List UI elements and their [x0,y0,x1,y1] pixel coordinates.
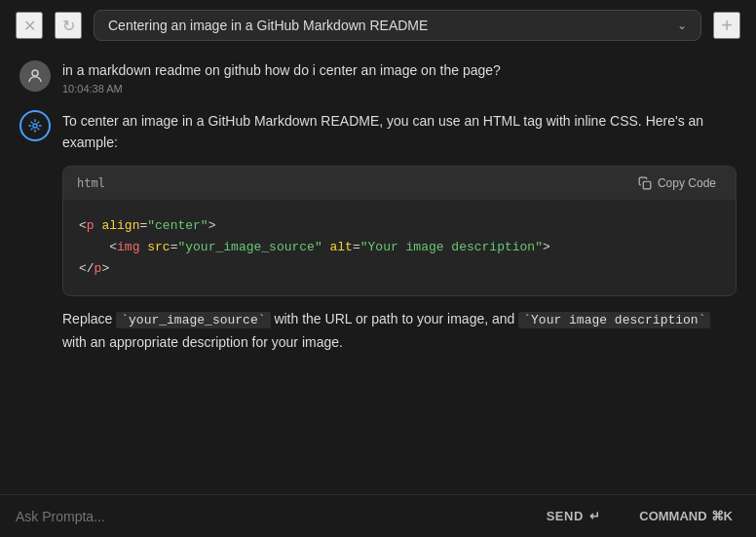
inline-code-1: `your_image_source` [116,312,270,328]
copy-code-button[interactable]: Copy Code [632,174,722,192]
code-content: <p align="center"> <img src="your_image_… [63,200,736,295]
user-message-time: 10:04:38 AM [62,83,501,95]
command-key: ⌘K [711,509,733,523]
svg-rect-2 [643,181,651,189]
add-button[interactable]: + [713,12,740,39]
code-line-1: <p align="center"> [79,215,720,237]
user-message: in a markdown readme on github how do i … [19,60,737,95]
search-text: Centering an image in a GitHub Markdown … [108,18,428,33]
user-message-content: in a markdown readme on github how do i … [62,60,501,95]
ai-avatar [19,110,51,141]
refresh-button[interactable]: ↻ [55,12,82,39]
plus-icon: + [721,15,733,37]
command-button[interactable]: COMMAND ⌘K [631,505,740,527]
send-icon: ↵ [589,509,601,523]
ai-message-intro: To center an image in a GitHub Markdown … [62,110,737,154]
footer: SEND ↵ COMMAND ⌘K [0,494,756,537]
chat-area: in a markdown readme on github how do i … [0,51,756,494]
copy-icon [638,176,652,190]
search-bar[interactable]: Centering an image in a GitHub Markdown … [94,10,701,41]
prompt-input[interactable] [16,509,527,524]
code-line-3: </p> [79,258,720,280]
copy-code-label: Copy Code [658,176,716,190]
header: ✕ ↻ Centering an image in a GitHub Markd… [0,0,756,51]
refresh-icon: ↻ [62,17,75,35]
svg-point-1 [33,124,37,128]
send-label: SEND [547,509,584,523]
user-message-text: in a markdown readme on github how do i … [62,60,501,81]
command-label: COMMAND [639,509,706,523]
close-icon: ✕ [23,17,36,35]
code-block: html Copy Code <p align="center"> <img s… [62,166,737,296]
inline-code-2: `Your image description` [518,312,710,328]
ai-message-content: To center an image in a GitHub Markdown … [62,110,737,353]
svg-point-0 [32,70,38,76]
chevron-down-icon: ⌄ [677,19,687,32]
ai-message-followup: Replace `your_image_source` with the URL… [62,308,737,353]
code-line-2: <img src="your_image_source" alt="Your i… [79,237,720,258]
code-block-header: html Copy Code [63,167,736,200]
close-button[interactable]: ✕ [16,12,43,39]
code-language: html [77,176,105,190]
ai-message: To center an image in a GitHub Markdown … [19,110,737,353]
user-avatar [19,60,51,92]
send-button[interactable]: SEND ↵ [539,505,609,527]
